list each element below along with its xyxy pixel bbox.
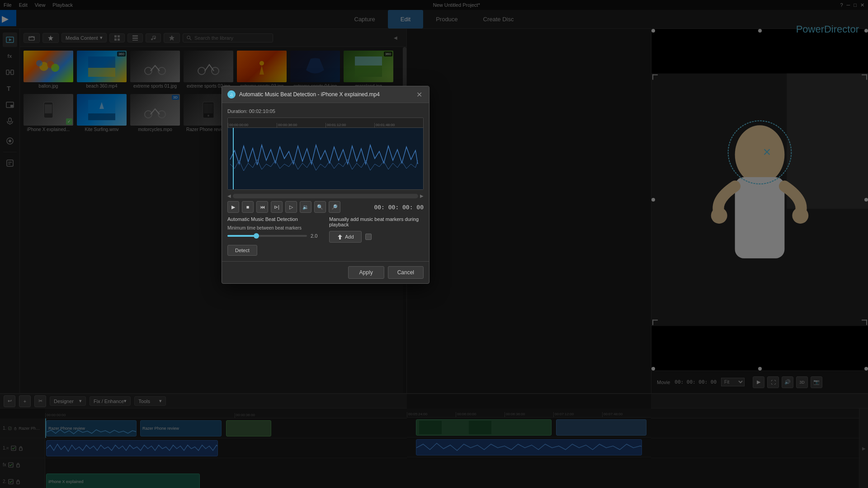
beat-slider[interactable] xyxy=(227,235,307,237)
modal-time-display: 00: 00: 00: 00 xyxy=(374,204,424,211)
modal-zoom-out-btn[interactable]: 🔍 xyxy=(314,201,326,213)
waveform-svg xyxy=(228,128,423,189)
slider-thumb[interactable] xyxy=(254,233,259,239)
add-row: Add xyxy=(329,231,424,243)
modal-title-bar: ♫ Automatic Music Beat Detection - iPhon… xyxy=(222,86,429,103)
auto-advance-checkbox[interactable] xyxy=(365,234,372,240)
modal-duration: Duration: 00:02:10:05 xyxy=(227,108,424,114)
modal-title-left: ♫ Automatic Music Beat Detection - iPhon… xyxy=(227,90,380,99)
waveform-container: 00:00:00:00 00:00:36:00 00:01:12:00 00:0… xyxy=(227,117,424,190)
modal-sections: Automatic Music Beat Detection Minimum t… xyxy=(227,216,424,256)
add-btn-icon xyxy=(337,234,343,240)
modal-prev-btn[interactable]: ⏮ xyxy=(256,201,268,213)
auto-section: Automatic Music Beat Detection Minimum t… xyxy=(227,216,322,256)
modal-play-btn[interactable]: ▶ xyxy=(227,201,239,213)
add-section: Add xyxy=(329,231,424,243)
modal-vol-btn[interactable]: 🔉 xyxy=(300,201,311,213)
scroll-right-icon[interactable]: ▶ xyxy=(420,193,424,198)
auto-section-title: Automatic Music Beat Detection xyxy=(227,216,322,222)
beat-label: Minimum time between beat markers xyxy=(227,225,322,230)
modal-zoom-in-btn[interactable]: 🔎 xyxy=(329,201,340,213)
manual-section: Manually add music beat markers during p… xyxy=(329,216,424,256)
cancel-btn[interactable]: Cancel xyxy=(388,266,424,279)
detect-btn-container: Detect xyxy=(227,245,322,256)
modal-close-btn[interactable]: ✕ xyxy=(415,90,424,99)
beat-value: 2.0 xyxy=(311,233,322,239)
add-marker-btn[interactable]: Add xyxy=(329,231,362,243)
waveform-ruler: 00:00:00:00 00:00:36:00 00:01:12:00 00:0… xyxy=(228,118,423,128)
modal-body: Duration: 00:02:10:05 00:00:00:00 00:00:… xyxy=(222,103,429,261)
detect-btn[interactable]: Detect xyxy=(227,245,257,256)
waveform-scrollbar-row: ◀ ▶ xyxy=(227,193,424,198)
manual-section-title: Manually add music beat markers during p… xyxy=(329,216,424,227)
beat-slider-row: 2.0 xyxy=(227,233,322,239)
modal-stop-btn[interactable]: ■ xyxy=(242,201,254,213)
apply-btn[interactable]: Apply xyxy=(348,266,384,279)
modal-footer: Apply Cancel xyxy=(222,261,429,283)
playback-controls: ▶ ■ ⏮ ⊳| ▷ 🔉 🔍 🔎 00: 00: 00: 00 xyxy=(227,201,424,213)
scroll-left-icon[interactable]: ◀ xyxy=(227,193,231,198)
modal-mark-btn[interactable]: ⊳| xyxy=(271,201,283,213)
modal-next-btn[interactable]: ▷ xyxy=(285,201,297,213)
slider-fill xyxy=(227,235,255,237)
beat-detection-modal: ♫ Automatic Music Beat Detection - iPhon… xyxy=(222,86,429,284)
waveform-scrollbar[interactable] xyxy=(233,194,418,198)
modal-title: Automatic Music Beat Detection - iPhone … xyxy=(239,91,380,98)
modal-overlay: ♫ Automatic Music Beat Detection - iPhon… xyxy=(0,0,868,488)
beat-control: Minimum time between beat markers 2.0 De… xyxy=(227,225,322,256)
modal-music-icon: ♫ xyxy=(227,90,236,99)
